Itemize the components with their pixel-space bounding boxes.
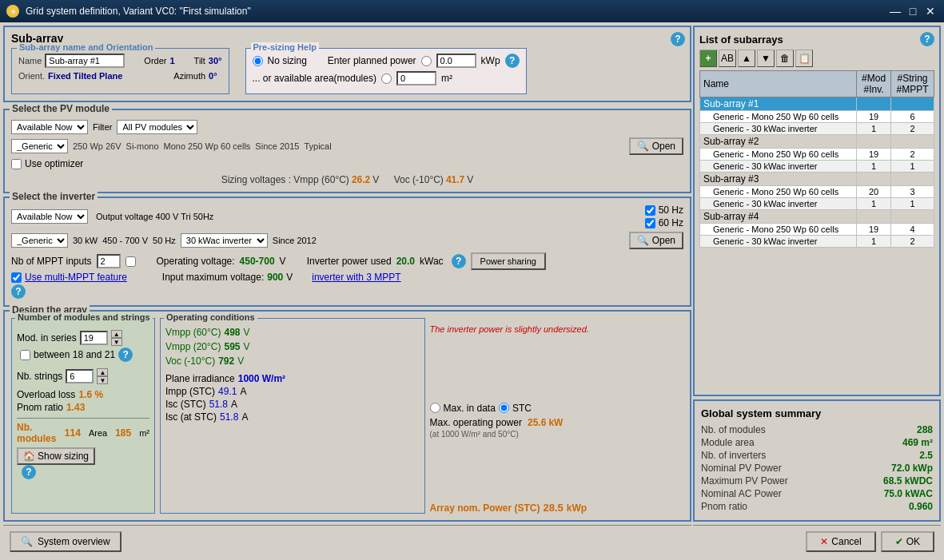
system-overview-button[interactable]: 🔍 System overview <box>10 531 121 552</box>
table-row[interactable]: Sub-array #2 <box>700 135 934 149</box>
paste-subarray-button[interactable]: 📋 <box>795 50 813 67</box>
no-sizing-radio[interactable] <box>253 56 263 66</box>
subarrays-header-right: ? <box>920 32 934 46</box>
inv-generic-select[interactable]: _Generic <box>11 233 68 248</box>
nb-modules-value: 288 <box>917 424 933 435</box>
nb-strings-input[interactable] <box>66 369 94 383</box>
between-help-icon[interactable]: ? <box>118 348 133 362</box>
power-sharing-button[interactable]: Power sharing <box>471 252 546 270</box>
pv-module-row2: _Generic 250 Wp 26V Si-mono Mono 250 Wp … <box>11 137 683 155</box>
inv-open-button[interactable]: 🔍 Open <box>629 232 683 249</box>
isc-at-stc-unit: A <box>241 411 248 423</box>
summary-row-inverters: Nb. of inverters 2.5 <box>701 450 933 461</box>
hz50-checkbox[interactable] <box>645 205 655 216</box>
cancel-button[interactable]: ✕ Cancel <box>806 531 875 552</box>
subarray1-name: Sub-array #1 <box>700 97 857 111</box>
window-title: Grid system definition, Variant VC0: "Fi… <box>26 6 251 17</box>
table-row[interactable]: Generic - 30 kWac inverter 1 2 <box>700 236 934 248</box>
mod-in-series-input[interactable] <box>80 331 108 345</box>
between-label: between 18 and 21 <box>34 349 115 360</box>
impp-label: Impp (STC) <box>165 386 215 397</box>
strings-down-button[interactable]: ▼ <box>97 376 108 384</box>
show-sizing-button[interactable]: 🏠 Show sizing <box>17 447 95 465</box>
no-sizing-label: No sizing <box>268 55 307 66</box>
filter-label: Filter <box>93 122 112 132</box>
table-row[interactable]: Sub-array #1 <box>700 97 934 111</box>
table-row[interactable]: Sub-array #3 <box>700 173 934 186</box>
delete-subarray-button[interactable]: 🗑 <box>776 50 794 67</box>
minimize-button[interactable]: — <box>888 4 902 18</box>
area-value-input[interactable] <box>396 71 436 85</box>
plane-irr-label: Plane irradiance <box>165 373 235 384</box>
hz60-checkbox[interactable] <box>645 218 655 228</box>
close-button[interactable]: ✕ <box>923 4 938 18</box>
hz60-label: 60 Hz <box>659 217 683 228</box>
table-row[interactable]: Sub-array #4 <box>700 210 934 224</box>
title-bar: ☀ Grid system definition, Variant VC0: "… <box>0 0 944 22</box>
add-subarray-button[interactable]: + <box>699 50 717 67</box>
isc-at-stc-row: Isc (at STC) 51.8 A <box>165 411 420 423</box>
subarray2-inverter: Generic - 30 kWac inverter <box>700 161 857 173</box>
move-down-button[interactable]: ▼ <box>757 50 775 67</box>
op-volt-value: 450-700 <box>240 256 275 267</box>
subarray-name-input[interactable] <box>45 54 125 68</box>
inv-available-select[interactable]: Available Now <box>11 209 88 224</box>
table-row[interactable]: Generic - 30 kWac inverter 1 1 <box>700 161 934 173</box>
nb-mppt-input[interactable] <box>97 254 121 268</box>
multi-mppt-help-row: ? <box>11 284 683 299</box>
max-in-data-radio[interactable] <box>430 403 440 413</box>
summary-row-pnom-ratio: Pnom ratio 0.960 <box>701 501 933 512</box>
area-radio[interactable] <box>381 73 392 84</box>
vmpp60-unit: V <box>244 327 250 338</box>
use-optimizer-checkbox[interactable] <box>11 159 22 169</box>
ok-button[interactable]: ✔ OK <box>881 531 934 552</box>
between-checkbox[interactable] <box>20 350 30 360</box>
table-row[interactable]: Generic - Mono 250 Wp 60 cells 19 2 <box>700 149 934 161</box>
inv-search-icon: 🔍 <box>637 235 649 246</box>
inv-name-select[interactable]: 30 kWac inverter <box>181 233 268 248</box>
subarray3-module: Generic - Mono 250 Wp 60 cells <box>700 186 857 198</box>
copy-subarray-button[interactable]: AB <box>719 50 736 67</box>
multi-mppt-help-icon[interactable]: ? <box>11 284 26 299</box>
subarray-help-icon[interactable]: ? <box>671 32 685 46</box>
show-sizing-help-icon[interactable]: ? <box>22 465 36 479</box>
table-row[interactable]: Generic - 30 kWac inverter 1 2 <box>700 123 934 135</box>
pv-filter-select[interactable]: All PV modules <box>117 120 197 134</box>
power-unit: kWp <box>481 55 500 66</box>
plane-irr-value: 1000 W/m² <box>238 373 285 384</box>
summary-row-modules: Nb. of modules 288 <box>701 424 933 435</box>
or-area-label: ... or available area(modules) <box>253 73 376 84</box>
inverter-with-label[interactable]: inverter with 3 MPPT <box>312 272 400 283</box>
multi-mppt-checkbox[interactable] <box>11 272 22 283</box>
mod-down-button[interactable]: ▼ <box>111 338 122 346</box>
pv-open-button[interactable]: 🔍 Open <box>629 137 683 155</box>
pv-available-select[interactable]: Available Now <box>11 120 88 134</box>
enter-power-radio[interactable] <box>421 56 432 66</box>
power-value-input[interactable] <box>436 54 476 68</box>
strings-up-button[interactable]: ▲ <box>97 368 108 376</box>
move-up-button[interactable]: ▲ <box>738 50 755 67</box>
mod-up-button[interactable]: ▲ <box>111 330 122 338</box>
subarrays-help-icon[interactable]: ? <box>920 32 934 46</box>
table-row[interactable]: Generic - 30 kWac inverter 1 1 <box>700 198 934 210</box>
maximize-button[interactable]: □ <box>906 4 920 18</box>
nb-mppt-checkbox[interactable] <box>125 256 136 267</box>
isc-at-stc-label: Isc (at STC) <box>165 411 217 423</box>
nominal-pv-value: 72.0 kWp <box>891 463 933 474</box>
stc-radio[interactable] <box>499 403 509 413</box>
max-in-data-label: Max. in data <box>444 403 496 414</box>
pv-generic-select[interactable]: _Generic <box>11 139 68 153</box>
table-row[interactable]: Generic - Mono 250 Wp 60 cells 19 4 <box>700 224 934 236</box>
vmpp-unit: V <box>372 174 379 185</box>
module-tech: Si-mono <box>126 141 159 151</box>
max-op-power-note: (at 1000 W/m² and 50°C) <box>430 430 684 439</box>
power-help-icon[interactable]: ? <box>505 54 520 68</box>
subarrays-table: Name #Mod#Inv. #String#MPPT Sub-array #1… <box>699 70 934 248</box>
hz50-label: 50 Hz <box>659 205 683 216</box>
inv-power-help-icon[interactable]: ? <box>452 254 466 268</box>
table-row[interactable]: Generic - Mono 250 Wp 60 cells 19 6 <box>700 111 934 123</box>
output-voltage-label: Output voltage 400 V Tri 50Hz <box>96 212 213 221</box>
table-row[interactable]: Generic - Mono 250 Wp 60 cells 20 3 <box>700 186 934 198</box>
nb-strings-row: Nb. strings ▲ ▼ <box>17 368 149 384</box>
multi-mppt-label[interactable]: Use multi-MPPT feature <box>25 272 127 283</box>
